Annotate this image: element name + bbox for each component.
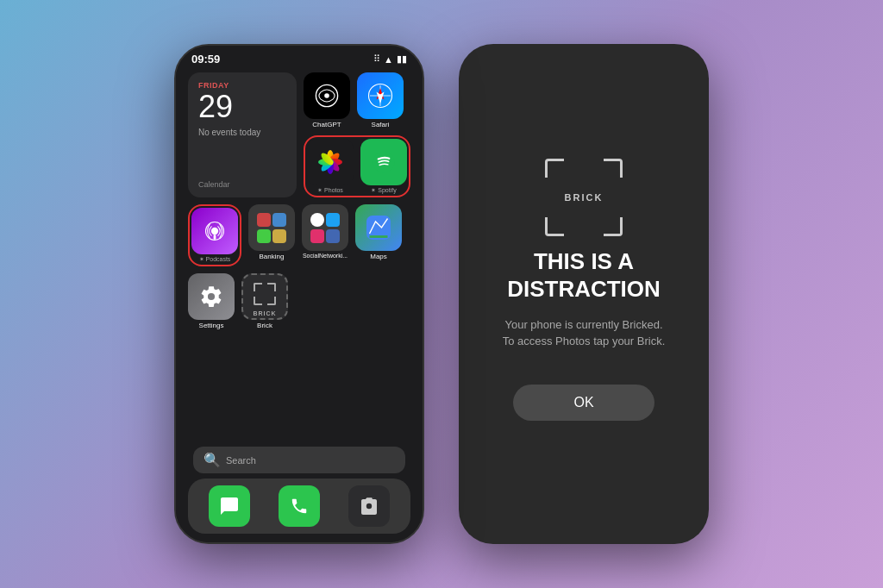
photos-icon — [307, 139, 354, 185]
wifi-icon: ▲ — [384, 54, 393, 65]
svg-rect-17 — [214, 235, 216, 240]
spotify-app[interactable]: ✶ Spotify — [360, 139, 407, 194]
scanner-corner-br — [604, 217, 623, 236]
banking-app[interactable]: Banking — [248, 204, 295, 266]
chatgpt-label: ChatGPT — [312, 121, 341, 128]
brick-distraction-modal: BRICK THIS IS A DISTRACTION Your phone i… — [459, 44, 709, 544]
social-icon — [302, 204, 348, 251]
brick-corner-tr — [267, 283, 276, 291]
banking-label: Banking — [260, 253, 285, 260]
calendar-label: Calendar — [198, 177, 286, 189]
scanner-corners: BRICK — [545, 159, 623, 236]
top-app-row: ChatGPT — [304, 72, 410, 128]
mid-row: ✶ Podcasts Bankin — [188, 204, 410, 266]
phone-dock-icon[interactable] — [279, 485, 320, 527]
highlighted-app-row: ✶ Photos — [304, 135, 410, 197]
social-app[interactable]: SocialNetworki... — [302, 204, 348, 266]
svg-point-15 — [373, 151, 394, 172]
podcasts-wrapper: ✶ Podcasts — [188, 204, 241, 266]
brick-modal-subtitle: Your phone is currently Bricked. To acce… — [498, 316, 670, 350]
calendar-no-events: No events today — [198, 128, 286, 137]
messages-dock-icon[interactable] — [209, 485, 250, 527]
home-content: FRIDAY 29 No events today Calendar — [176, 69, 423, 447]
brick-ok-button[interactable]: OK — [513, 385, 654, 421]
brick-scanner-animation: BRICK — [545, 159, 623, 236]
maps-icon — [355, 204, 402, 251]
maps-label: Maps — [370, 253, 387, 260]
banking-icon — [248, 204, 295, 251]
spotify-icon — [360, 139, 407, 185]
podcasts-label: ✶ Podcasts — [199, 256, 231, 263]
search-text: Search — [226, 455, 256, 466]
bottom-row: Settings BRICK Brick — [188, 273, 410, 329]
phone-screen: 09:59 ⠿ ▲ ▮▮ FRIDAY 29 No events today C… — [176, 46, 423, 542]
iphone-mockup: 09:59 ⠿ ▲ ▮▮ FRIDAY 29 No events today C… — [174, 44, 424, 544]
signal-icon: ⠿ — [373, 53, 380, 65]
calendar-date: 29 — [198, 91, 286, 122]
dock — [188, 479, 410, 534]
podcasts-icon — [191, 208, 238, 254]
photos-app[interactable]: ✶ Photos — [307, 139, 354, 194]
brick-corner-bl — [254, 297, 262, 305]
podcasts-app[interactable]: ✶ Podcasts — [191, 208, 238, 263]
settings-icon — [188, 273, 235, 320]
search-bar[interactable]: 🔍 Search — [193, 447, 405, 473]
chatgpt-app[interactable]: ChatGPT — [304, 72, 350, 128]
chatgpt-icon — [304, 72, 350, 119]
settings-label: Settings — [199, 322, 224, 329]
brick-app[interactable]: BRICK Brick — [241, 273, 288, 329]
scanner-corner-bl — [545, 217, 564, 236]
status-icons: ⠿ ▲ ▮▮ — [373, 53, 407, 65]
settings-app[interactable]: Settings — [188, 273, 235, 329]
gear-icon — [199, 285, 223, 309]
search-icon: 🔍 — [204, 452, 221, 468]
status-time: 09:59 — [191, 53, 220, 66]
photos-label: ✶ Photos — [317, 187, 343, 194]
safari-label: Safari — [372, 121, 390, 128]
brick-modal-title: THIS IS A DISTRACTION — [507, 248, 661, 302]
spotify-label: ✶ Spotify — [371, 187, 396, 194]
svg-point-16 — [211, 228, 218, 235]
scanner-corner-tl — [545, 159, 564, 178]
brick-label: Brick — [257, 322, 272, 329]
scanner-label: BRICK — [565, 192, 604, 203]
status-bar: 09:59 ⠿ ▲ ▮▮ — [176, 46, 423, 69]
scanner-corner-tr — [604, 159, 623, 178]
maps-app[interactable]: Maps — [355, 204, 402, 266]
top-row: FRIDAY 29 No events today Calendar — [188, 72, 410, 197]
social-label: SocialNetworki... — [303, 253, 348, 259]
calendar-widget[interactable]: FRIDAY 29 No events today Calendar — [188, 72, 297, 197]
right-app-grid: ChatGPT — [304, 72, 410, 197]
safari-app[interactable]: Safari — [357, 72, 404, 128]
safari-icon — [357, 72, 404, 119]
brick-icon: BRICK — [241, 273, 288, 320]
brick-icon-label: BRICK — [253, 310, 276, 316]
svg-point-1 — [324, 93, 329, 98]
battery-icon: ▮▮ — [397, 53, 407, 65]
brick-corners-decoration — [248, 278, 281, 310]
brick-corner-br — [267, 297, 276, 305]
brick-corner-tl — [254, 283, 262, 291]
camera-dock-icon[interactable] — [348, 485, 390, 527]
